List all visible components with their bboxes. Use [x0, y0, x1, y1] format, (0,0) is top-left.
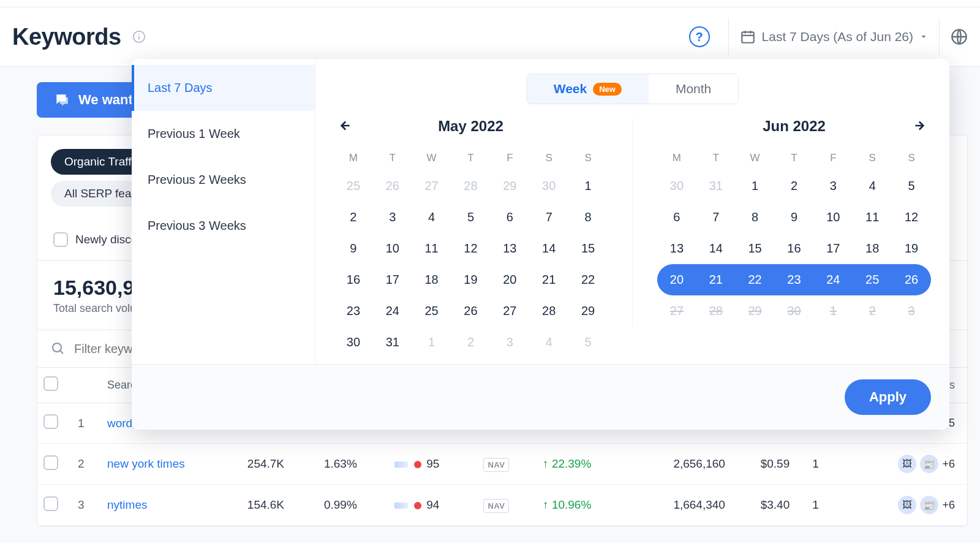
select-all-checkbox[interactable]	[43, 376, 58, 391]
calendar-day[interactable]: 21	[529, 264, 568, 295]
calendar-day[interactable]: 6	[657, 202, 696, 233]
calendar-day[interactable]: 30	[657, 170, 696, 202]
calendar-week[interactable]: 9101112131415	[334, 233, 608, 264]
calendar-day[interactable]: 23	[334, 295, 373, 327]
calendar-day[interactable]: 21	[696, 264, 736, 295]
calendar-day[interactable]: 30	[334, 327, 373, 358]
calendar-day[interactable]: 4	[412, 202, 451, 233]
calendar-day[interactable]: 9	[334, 233, 373, 264]
preset-previous-3-weeks[interactable]: Previous 3 Weeks	[132, 203, 315, 249]
calendar-day[interactable]: 2	[451, 327, 491, 358]
calendar-day[interactable]: 10	[373, 233, 412, 264]
calendar-day[interactable]: 11	[412, 233, 451, 264]
calendar-day[interactable]: 29	[568, 295, 608, 327]
calendar-day[interactable]: 20	[657, 264, 696, 295]
calendar-day[interactable]: 28	[451, 170, 491, 202]
calendar-day[interactable]: 31	[696, 170, 736, 202]
preset-previous-1-week[interactable]: Previous 1 Week	[132, 111, 315, 157]
calendar-day[interactable]: 1	[412, 327, 451, 358]
serp-feature-icons[interactable]: 🖼📰+6	[831, 496, 955, 514]
calendar-day[interactable]: 13	[490, 233, 529, 264]
calendar-day[interactable]: 18	[412, 264, 451, 295]
calendar-day[interactable]: 8	[568, 202, 608, 233]
calendar-day[interactable]: 7	[696, 202, 736, 233]
row-checkbox[interactable]	[43, 496, 58, 511]
calendar-day[interactable]: 10	[813, 202, 853, 233]
calendar-week[interactable]: 2345678	[334, 202, 608, 233]
keyword-link[interactable]: nytimes	[107, 498, 147, 511]
calendar-week[interactable]: 303112345	[334, 327, 608, 358]
calendar-day[interactable]: 12	[892, 202, 931, 233]
calendar-day[interactable]: 25	[334, 170, 373, 202]
preset-last-7-days[interactable]: Last 7 Days	[132, 65, 315, 111]
calendar-week[interactable]: 13141516171819	[657, 233, 931, 264]
date-range-button[interactable]: Last 7 Days (As of Jun 26)	[728, 18, 939, 55]
calendar-week[interactable]: 2526272829301	[334, 170, 608, 202]
calendar-day[interactable]: 7	[529, 202, 568, 233]
next-month-arrow[interactable]	[913, 118, 929, 136]
row-checkbox[interactable]	[43, 455, 58, 470]
calendar-week[interactable]: 23242526272829	[334, 295, 608, 327]
calendar-day[interactable]: 29	[490, 170, 529, 202]
keyword-link[interactable]: new york times	[107, 457, 185, 470]
calendar-day[interactable]: 26	[892, 264, 931, 295]
calendar-day[interactable]: 16	[775, 233, 814, 264]
calendar-day[interactable]: 22	[736, 264, 775, 295]
calendar-day[interactable]: 2	[775, 170, 814, 202]
calendar-day[interactable]: 26	[451, 295, 491, 327]
calendar-day[interactable]: 17	[813, 233, 853, 264]
calendar-day[interactable]: 27	[490, 295, 529, 327]
calendar-day[interactable]: 1	[736, 170, 775, 202]
calendar-day[interactable]: 27	[412, 170, 451, 202]
help-icon[interactable]: ?	[689, 26, 710, 47]
calendar-day[interactable]: 9	[775, 202, 814, 233]
calendar-day[interactable]: 23	[775, 264, 814, 295]
globe-icon[interactable]	[939, 18, 968, 55]
calendar-day[interactable]: 22	[568, 264, 608, 295]
calendar-day[interactable]: 3	[813, 170, 853, 202]
calendar-day[interactable]: 25	[412, 295, 451, 327]
calendar-day[interactable]: 18	[853, 233, 892, 264]
calendar-week[interactable]: 20212223242526	[657, 264, 931, 295]
calendar-day[interactable]: 15	[736, 233, 775, 264]
calendar-day[interactable]: 5	[892, 170, 931, 202]
calendar-day[interactable]: 25	[853, 264, 892, 295]
calendar-day[interactable]: 17	[373, 264, 412, 295]
calendar-day[interactable]: 4	[529, 327, 568, 358]
toggle-week[interactable]: Week New	[527, 74, 649, 104]
calendar-day[interactable]: 26	[373, 170, 412, 202]
calendar-day[interactable]: 30	[529, 170, 568, 202]
apply-button[interactable]: Apply	[845, 379, 931, 415]
calendar-day[interactable]: 31	[373, 327, 412, 358]
calendar-week[interactable]: 303112345	[657, 170, 931, 202]
calendar-day[interactable]: 14	[696, 233, 736, 264]
calendar-day[interactable]: 8	[736, 202, 775, 233]
calendar-day[interactable]: 28	[529, 295, 568, 327]
info-icon[interactable]	[132, 30, 146, 44]
calendar-day[interactable]: 20	[490, 264, 529, 295]
calendar-week[interactable]: 16171819202122	[334, 264, 608, 295]
calendar-day[interactable]: 16	[334, 264, 373, 295]
calendar-day[interactable]: 24	[813, 264, 853, 295]
calendar-day[interactable]: 3	[373, 202, 412, 233]
calendar-week[interactable]: 27282930123	[657, 295, 931, 327]
calendar-day[interactable]: 19	[892, 233, 931, 264]
serp-feature-icons[interactable]: 🖼📰+6	[831, 455, 955, 473]
row-checkbox[interactable]	[43, 414, 58, 429]
calendar-day[interactable]: 19	[451, 264, 491, 295]
calendar-day[interactable]: 5	[451, 202, 491, 233]
preset-previous-2-weeks[interactable]: Previous 2 Weeks	[132, 157, 315, 203]
calendar-day[interactable]: 15	[568, 233, 608, 264]
calendar-day[interactable]: 13	[657, 233, 696, 264]
calendar-day[interactable]: 3	[490, 327, 529, 358]
calendar-day[interactable]: 14	[529, 233, 568, 264]
toggle-month[interactable]: Month	[649, 74, 738, 104]
calendar-day[interactable]: 24	[373, 295, 412, 327]
prev-month-arrow[interactable]	[336, 118, 352, 136]
calendar-day[interactable]: 11	[853, 202, 892, 233]
calendar-day[interactable]: 6	[490, 202, 529, 233]
calendar-day[interactable]: 12	[451, 233, 491, 264]
calendar-day[interactable]: 4	[853, 170, 892, 202]
calendar-day[interactable]: 1	[568, 170, 608, 202]
calendar-day[interactable]: 2	[334, 202, 373, 233]
